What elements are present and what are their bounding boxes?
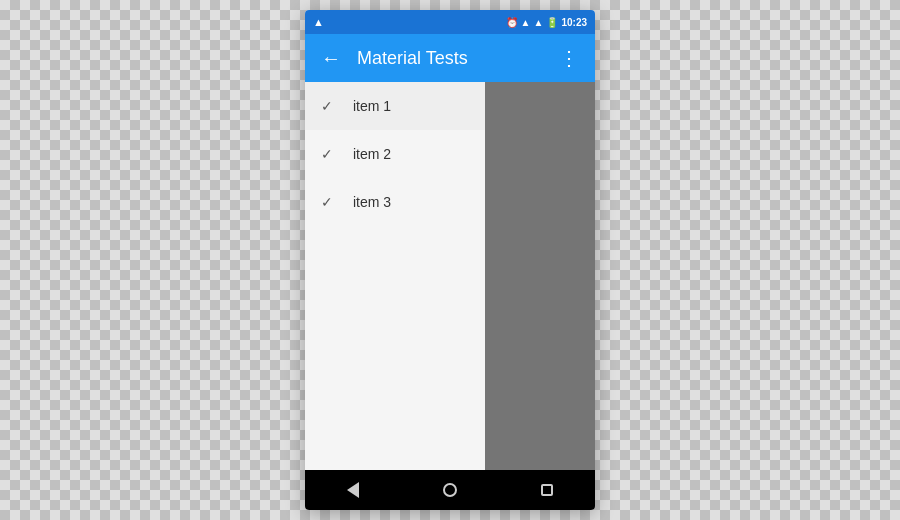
nav-home-icon	[443, 483, 457, 497]
right-panel	[485, 82, 595, 470]
nav-recent-button[interactable]	[527, 470, 567, 510]
signal-icon: ▲	[521, 17, 531, 28]
status-bar: ▲ ⏰ ▲ ▲ 🔋 10:23	[305, 10, 595, 34]
status-right: ⏰ ▲ ▲ 🔋 10:23	[506, 17, 587, 28]
item-label: item 1	[353, 98, 391, 114]
item-label: item 2	[353, 146, 391, 162]
nav-back-icon	[347, 482, 359, 498]
list-item[interactable]: ✓ item 2	[305, 130, 485, 178]
checkmark-icon: ✓	[321, 146, 333, 162]
item-label: item 3	[353, 194, 391, 210]
clock: 10:23	[561, 17, 587, 28]
back-button[interactable]: ←	[321, 47, 341, 70]
checkmark-icon: ✓	[321, 194, 333, 210]
app-bar: ← Material Tests ⋮	[305, 34, 595, 82]
nav-bar	[305, 470, 595, 510]
nav-back-button[interactable]	[333, 470, 373, 510]
content-area: ✓ item 1 ✓ item 2 ✓ item 3	[305, 82, 595, 470]
nav-home-button[interactable]	[430, 470, 470, 510]
list-panel: ✓ item 1 ✓ item 2 ✓ item 3	[305, 82, 485, 470]
list-item[interactable]: ✓ item 1	[305, 82, 485, 130]
app-title: Material Tests	[357, 48, 559, 69]
phone-frame: ▲ ⏰ ▲ ▲ 🔋 10:23 ← Material Tests ⋮ ✓ ite…	[305, 10, 595, 510]
nav-recent-icon	[541, 484, 553, 496]
list-item[interactable]: ✓ item 3	[305, 178, 485, 226]
wifi-icon: ▲	[534, 17, 544, 28]
overflow-menu-button[interactable]: ⋮	[559, 46, 579, 70]
alarm-icon: ⏰	[506, 17, 518, 28]
checkmark-icon: ✓	[321, 98, 333, 114]
battery-icon: 🔋	[546, 17, 558, 28]
status-left: ▲	[313, 16, 326, 28]
android-icon: ▲	[313, 16, 324, 28]
